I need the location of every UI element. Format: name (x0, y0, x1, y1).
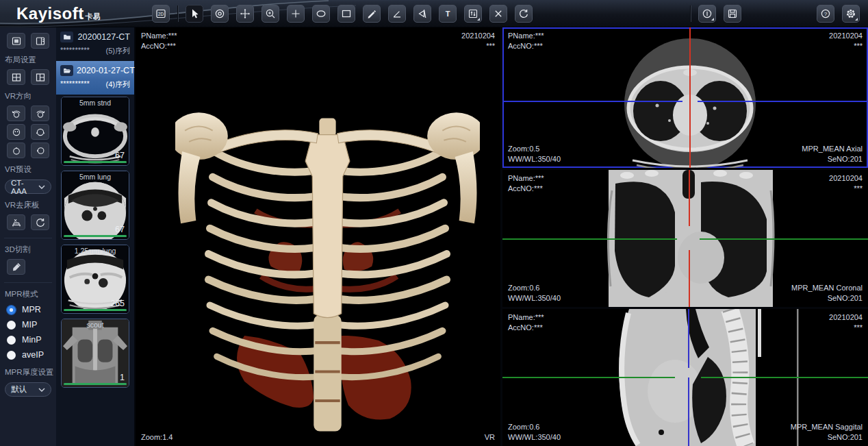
thumbnail-label: 1.25mm lung (62, 247, 129, 255)
vr-head-rotate-left-button[interactable] (7, 106, 25, 121)
coronal-crosshair-vertical-red (689, 170, 690, 226)
mpr-mode-option-mip[interactable]: MIP (0, 317, 56, 332)
coronal-overlay-bottom-left: Zoom:0.6WW/WL:350/40 (508, 283, 561, 303)
zoom-value: Zoom:0.6 (508, 283, 561, 293)
patient-name: PName:*** (141, 31, 177, 41)
series-thumbnail-125mm-lung[interactable]: 1.25mm lung 265 (61, 245, 129, 314)
mpr-mode-name: MPR_MEAN Saggital (791, 422, 863, 432)
toolbar-separator (690, 5, 691, 22)
3d-cut-label: 3D切割 (0, 240, 56, 258)
mpr-mode-option-minp[interactable]: MinP (0, 332, 56, 347)
text-tool-button[interactable]: T (439, 5, 457, 23)
vr-overlay-top-right: 20210204*** (461, 31, 495, 51)
topbar: Kayisoft卡易 2D T ? (0, 0, 868, 27)
series-thumbnail-scout[interactable]: scout 1 (61, 319, 129, 388)
cursor-tool-button[interactable] (186, 5, 203, 23)
crosshair-tool-button[interactable] (287, 5, 305, 23)
window-level-value: WW/WL:350/40 (508, 154, 561, 164)
series-thumbnail-5mm-lung[interactable]: 5mm lung 67 (61, 171, 129, 240)
window-level-tool-button[interactable] (464, 5, 482, 23)
vr-3d-ribcage-rendering (175, 107, 480, 444)
mpr-thickness-dropdown[interactable]: 默认 (5, 382, 51, 397)
pan-tool-button[interactable] (236, 5, 254, 23)
ellipse-tool-button[interactable] (312, 5, 330, 23)
text-icon: T (442, 8, 453, 19)
svg-text:?: ? (824, 11, 828, 17)
sagittal-overlay-bottom-right: MPR_MEAN SaggitalSeNO:201 (791, 422, 863, 443)
window-level-value: WW/WL:350/40 (508, 432, 561, 443)
study-series-count: (5)序列 (106, 46, 130, 56)
study-date: 20210204 (461, 31, 495, 41)
save-button[interactable] (724, 5, 741, 23)
zoom-in-icon (265, 8, 276, 19)
orbit-tool-button[interactable] (211, 5, 229, 23)
vr-direction-label: VR方向 (0, 86, 56, 104)
mpr-mode-option-aveip[interactable]: aveIP (0, 347, 56, 362)
study-item[interactable]: 20200127-CT ********** (5)序列 (56, 27, 134, 61)
study-patient-masked: ********** (60, 79, 90, 90)
rectangle-tool-button[interactable] (337, 5, 355, 23)
ellipse-icon (316, 8, 327, 19)
vr-head-rotate-right-button[interactable] (31, 106, 49, 121)
mpr-coronal-viewport[interactable]: PName:***AccNO:*** 20210204*** Zoom:0.6W… (502, 170, 868, 307)
radio-icon (7, 321, 16, 330)
help-button[interactable]: ? (817, 5, 834, 23)
sagittal-crosshair-vertical-blue (688, 377, 689, 446)
submenu-corner-mark (855, 18, 858, 21)
main-area: 布局设置 VR方向 VR预设 CT-AAA V (0, 27, 868, 446)
patient-name: PName:*** (508, 312, 544, 323)
series-thumbnail-5mm-stnd[interactable]: 5mm stnd 67 (61, 97, 129, 166)
mpr-axial-viewport[interactable]: PName:***AccNO:*** 20210204*** Zoom:0.5W… (502, 27, 868, 168)
vr-head-top-button[interactable] (7, 143, 25, 158)
study-item-selected[interactable]: 2020-01-27-CT ********** (4)序列 (56, 61, 134, 95)
orbit-icon (214, 8, 225, 19)
accession-number: AccNO:*** (508, 41, 544, 51)
mpr-sagittal-viewport[interactable]: PName:***AccNO:*** 20210204*** Zoom:0.6W… (502, 309, 868, 446)
coronal-crosshair-horizontal-green (700, 238, 868, 240)
grid-2x2-layout-button[interactable] (7, 69, 25, 85)
study-date: 20210204 (829, 312, 863, 323)
vr-head-back-button[interactable] (31, 124, 49, 140)
reset-rotation-button[interactable] (515, 5, 533, 23)
coronal-crosshair-vertical-red (689, 250, 690, 307)
angle-tool-button[interactable] (388, 5, 406, 23)
remove-bed-button[interactable] (7, 214, 25, 230)
head-back-icon (35, 127, 46, 138)
settings-button[interactable] (842, 5, 860, 23)
single-view-icon (11, 36, 22, 47)
scalpel-cut-button[interactable] (7, 259, 25, 275)
zoom-in-tool-button[interactable] (261, 5, 279, 23)
vr-preset-dropdown[interactable]: CT-AAA (5, 179, 51, 194)
thumbnail-image-count: 67 (115, 151, 125, 160)
mpr-mode-option-mpr[interactable]: MPR (0, 302, 56, 317)
mpr-mode-option-label: MPR (22, 305, 41, 314)
cobb-angle-tool-button[interactable] (413, 5, 431, 23)
axial-overlay-top-left: PName:***AccNO:*** (508, 31, 544, 51)
vr-head-side-button[interactable] (31, 143, 49, 158)
single-layout-button[interactable] (7, 33, 25, 49)
crosshair-icon (290, 8, 301, 19)
vr-reset-button[interactable] (31, 214, 49, 230)
vr-preset-value: CT-AAA (11, 179, 38, 195)
panel-layout-button[interactable] (31, 33, 49, 49)
accession-number: AccNO:*** (508, 184, 544, 194)
axial-crosshair-horizontal-blue (502, 101, 682, 102)
vr-viewport[interactable]: PName:***AccNO:*** 20210204*** Zoom:1.4 … (136, 27, 500, 446)
zoom-value: Zoom:0.6 (508, 422, 561, 432)
left-sidebar: 布局设置 VR方向 VR预设 CT-AAA V (0, 27, 56, 446)
grid-1x2-layout-button[interactable] (31, 69, 49, 85)
mpr-mode-option-label: MinP (22, 335, 41, 345)
main-toolbar: 2D T (152, 5, 533, 23)
svg-text:T: T (446, 10, 450, 18)
vr-head-front-button[interactable] (7, 124, 25, 140)
radio-icon (7, 336, 16, 345)
report-button[interactable] (698, 5, 716, 23)
screenshot-2d-button[interactable]: 2D (152, 5, 170, 23)
mpr-mode-label: MPR模式 (0, 284, 56, 302)
sagittal-crosshair-horizontal-green (701, 377, 868, 378)
layout-settings-label: 布局设置 (0, 50, 56, 68)
rectangle-icon (341, 8, 352, 19)
pencil-tool-button[interactable] (363, 5, 381, 23)
radio-selected-icon (7, 306, 16, 314)
delete-annotation-button[interactable] (489, 5, 507, 23)
